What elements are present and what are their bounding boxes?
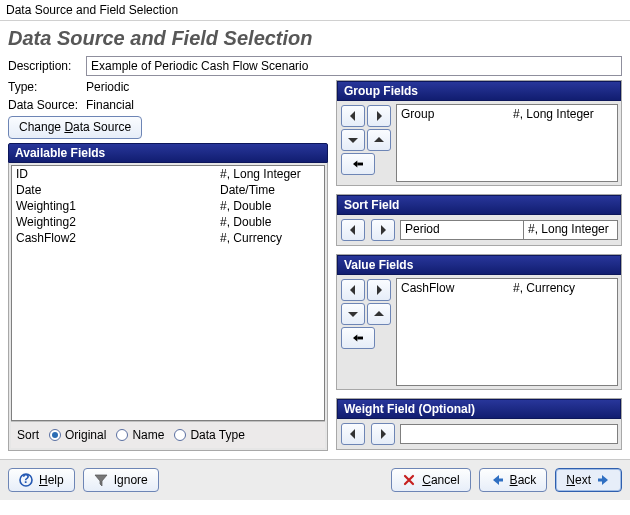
label-key: C (422, 473, 431, 487)
sort-datatype-label: Data Type (190, 428, 244, 442)
field-type: Date/Time (220, 182, 320, 198)
group-move-down-button[interactable] (341, 129, 365, 151)
weight-remove-button[interactable] (371, 423, 395, 445)
sort-remove-button[interactable] (371, 219, 395, 241)
available-fields-header: Available Fields (8, 143, 328, 163)
chevron-right-icon (372, 109, 386, 123)
group-fields-header: Group Fields (337, 81, 621, 101)
label-key: g (117, 473, 124, 487)
field-type: #, Double (220, 198, 320, 214)
page-heading: Data Source and Field Selection (8, 27, 622, 50)
svg-rect-0 (357, 163, 363, 166)
field-type: #, Long Integer (220, 166, 320, 182)
value-field-row[interactable]: CashFlow #, Currency (397, 279, 617, 297)
sort-radio-original[interactable]: Original (49, 428, 106, 442)
field-name: Group (401, 106, 513, 122)
group-move-up-button[interactable] (367, 129, 391, 151)
arrow-left-icon (490, 473, 504, 487)
group-fields-list[interactable]: Group #, Long Integer (396, 104, 618, 182)
sort-original-label: Original (65, 428, 106, 442)
ignore-button[interactable]: Ignore (83, 468, 159, 492)
value-fields-list[interactable]: CashFlow #, Currency (396, 278, 618, 386)
description-input[interactable] (86, 56, 622, 76)
chevron-right-icon (372, 283, 386, 297)
remove-all-icon (351, 157, 365, 171)
value-remove-button[interactable] (367, 279, 391, 301)
field-name: CashFlow (401, 280, 513, 296)
group-remove-button[interactable] (367, 105, 391, 127)
label-post: nore (124, 473, 148, 487)
help-icon: ? (19, 473, 33, 487)
radio-icon (174, 429, 186, 441)
group-remove-all-button[interactable] (341, 153, 375, 175)
sort-label: Sort (17, 428, 39, 442)
remove-all-icon (351, 331, 365, 345)
label-post: ack (518, 473, 537, 487)
value-move-down-button[interactable] (341, 303, 365, 325)
chevron-up-icon (372, 307, 386, 321)
available-field-row[interactable]: CashFlow2 #, Currency (12, 230, 324, 246)
field-name: ID (16, 166, 220, 182)
value-move-up-button[interactable] (367, 303, 391, 325)
back-button[interactable]: Back (479, 468, 548, 492)
sort-field-type: #, Long Integer (523, 220, 618, 240)
field-type: #, Long Integer (513, 106, 613, 122)
group-field-row[interactable]: Group #, Long Integer (397, 105, 617, 123)
weight-add-button[interactable] (341, 423, 365, 445)
chevron-left-icon (346, 109, 360, 123)
filter-icon (94, 473, 108, 487)
next-button[interactable]: Next (555, 468, 622, 492)
chevron-left-icon (346, 283, 360, 297)
field-type: #, Currency (220, 230, 320, 246)
field-name: CashFlow2 (16, 230, 220, 246)
svg-rect-4 (498, 479, 503, 482)
sort-add-button[interactable] (341, 219, 365, 241)
available-field-row[interactable]: Weighting1 #, Double (12, 198, 324, 214)
field-name: Date (16, 182, 220, 198)
help-button[interactable]: ? Help (8, 468, 75, 492)
sort-field-header: Sort Field (337, 195, 621, 215)
radio-icon (116, 429, 128, 441)
available-field-row[interactable]: Weighting2 #, Double (12, 214, 324, 230)
sort-radio-name[interactable]: Name (116, 428, 164, 442)
chevron-down-icon (346, 133, 360, 147)
data-source-value: Financial (86, 98, 134, 112)
radio-icon (49, 429, 61, 441)
cancel-button[interactable]: Cancel (391, 468, 470, 492)
label-post: elp (48, 473, 64, 487)
label-key: H (39, 473, 48, 487)
sort-radio-data-type[interactable]: Data Type (174, 428, 244, 442)
close-icon (402, 473, 416, 487)
sort-field-name[interactable]: Period (400, 220, 523, 240)
field-type: #, Currency (513, 280, 613, 296)
change-data-source-button[interactable]: Change Data Source (8, 116, 142, 139)
chevron-up-icon (372, 133, 386, 147)
label-key: B (510, 473, 518, 487)
label-post: ancel (431, 473, 460, 487)
svg-rect-1 (357, 337, 363, 340)
svg-text:?: ? (22, 473, 29, 486)
data-source-label: Data Source: (8, 98, 86, 112)
wizard-footer: ? Help Ignore Cancel Back Next (0, 459, 630, 500)
change-data-source-pre: Change (19, 120, 64, 134)
description-label: Description: (8, 59, 86, 73)
window-title: Data Source and Field Selection (0, 0, 630, 21)
change-data-source-post: ata Source (73, 120, 131, 134)
weight-field-input[interactable] (400, 424, 618, 444)
chevron-right-icon (376, 223, 390, 237)
field-type: #, Double (220, 214, 320, 230)
value-fields-header: Value Fields (337, 255, 621, 275)
type-value: Periodic (86, 80, 129, 94)
available-fields-list[interactable]: ID #, Long Integer Date Date/Time Weight… (11, 165, 325, 421)
field-name: Weighting1 (16, 198, 220, 214)
group-add-button[interactable] (341, 105, 365, 127)
value-remove-all-button[interactable] (341, 327, 375, 349)
change-data-source-key: D (64, 120, 73, 134)
available-field-row[interactable]: ID #, Long Integer (12, 166, 324, 182)
weight-field-header: Weight Field (Optional) (337, 399, 621, 419)
arrow-right-icon (597, 473, 611, 487)
value-add-button[interactable] (341, 279, 365, 301)
available-field-row[interactable]: Date Date/Time (12, 182, 324, 198)
chevron-right-icon (376, 427, 390, 441)
chevron-left-icon (346, 427, 360, 441)
